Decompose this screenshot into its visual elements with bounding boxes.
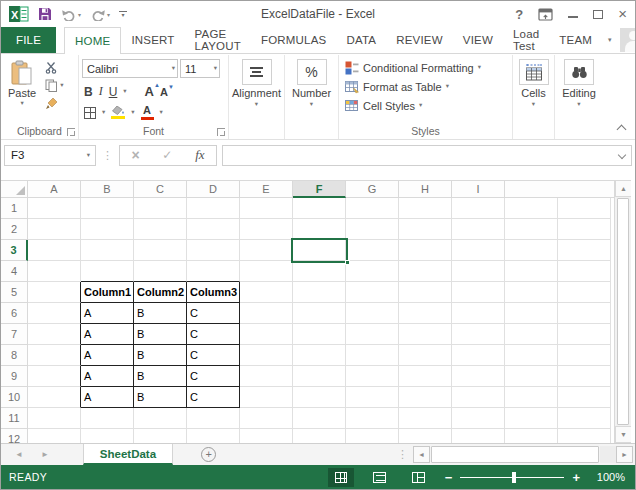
cancel-icon[interactable]: × — [131, 147, 139, 163]
cell-E11[interactable] — [240, 408, 293, 429]
cell-D9[interactable]: C — [187, 366, 240, 387]
vertical-scrollbar[interactable]: ▲ ▼ — [614, 180, 631, 443]
tab-page-layout[interactable]: PAGE LAYOUT — [185, 27, 251, 53]
alignment-group[interactable]: Alignment ▾ — [229, 55, 285, 139]
tab-home[interactable]: HOME — [64, 27, 121, 54]
cell-styles-button[interactable]: Cell Styles▾ — [345, 96, 509, 115]
cell-G9[interactable] — [346, 366, 399, 387]
tab-formulas[interactable]: FORMULAS — [251, 27, 337, 53]
cell-I8[interactable] — [452, 345, 505, 366]
cell-F6[interactable] — [293, 303, 346, 324]
column-header-B[interactable]: B — [81, 181, 134, 198]
cell-H5[interactable] — [399, 282, 452, 303]
tab-team[interactable]: TEAM — [549, 27, 602, 53]
save-button[interactable] — [38, 7, 52, 21]
cell-H1[interactable] — [399, 198, 452, 219]
page-break-view-button[interactable] — [406, 468, 432, 487]
cell-B8[interactable]: A — [81, 345, 134, 366]
alignment-dropdown-icon[interactable]: ▾ — [255, 101, 258, 108]
cell-B1[interactable] — [81, 198, 134, 219]
format-painter-button[interactable] — [45, 97, 63, 110]
cell-F1[interactable] — [293, 198, 346, 219]
cell-empty[interactable] — [505, 261, 558, 282]
cell-E3[interactable] — [240, 240, 293, 261]
cell-E12[interactable] — [240, 429, 293, 443]
row-header-11[interactable]: 11 — [1, 408, 28, 429]
minimize-button[interactable] — [568, 16, 578, 18]
cell-D1[interactable] — [187, 198, 240, 219]
cell-F2[interactable] — [293, 219, 346, 240]
cell-G3[interactable] — [346, 240, 399, 261]
cell-G5[interactable] — [346, 282, 399, 303]
underline-dropdown-icon[interactable]: ▾ — [123, 88, 126, 95]
row-header-7[interactable]: 7 — [1, 324, 28, 345]
paste-button[interactable]: Paste ▾ — [4, 58, 40, 110]
cell-F4[interactable] — [293, 261, 346, 282]
tab-review[interactable]: REVIEW — [386, 27, 453, 53]
scroll-up-icon[interactable]: ▲ — [615, 180, 631, 197]
column-header-H[interactable]: H — [399, 181, 452, 198]
formula-input[interactable] — [222, 145, 632, 166]
cell-H3[interactable] — [399, 240, 452, 261]
cell-F10[interactable] — [293, 387, 346, 408]
cell-empty[interactable] — [558, 240, 611, 261]
scroll-down-icon[interactable]: ▼ — [615, 426, 631, 443]
cell-empty[interactable] — [505, 282, 558, 303]
cell-A1[interactable] — [28, 198, 81, 219]
new-sheet-icon[interactable]: + — [201, 447, 216, 462]
cell-empty[interactable] — [558, 387, 611, 408]
font-family-combobox[interactable]: Calibri▾ — [82, 59, 178, 78]
cell-H11[interactable] — [399, 408, 452, 429]
cell-B3[interactable] — [81, 240, 134, 261]
cell-A7[interactable] — [28, 324, 81, 345]
cell-I9[interactable] — [452, 366, 505, 387]
cell-H12[interactable] — [399, 429, 452, 443]
decrease-font-size-button[interactable]: A▼ — [160, 86, 168, 98]
cell-empty[interactable] — [558, 219, 611, 240]
cell-G4[interactable] — [346, 261, 399, 282]
cell-D11[interactable] — [187, 408, 240, 429]
zoom-level[interactable]: 100% — [593, 471, 625, 483]
cell-empty[interactable] — [558, 429, 611, 443]
fill-color-button[interactable] — [111, 106, 125, 119]
expand-formula-bar-icon[interactable] — [618, 150, 626, 158]
cell-I12[interactable] — [452, 429, 505, 443]
ribbon-display-options-icon[interactable] — [538, 8, 553, 21]
clipboard-dialog-launcher-icon[interactable] — [67, 128, 75, 136]
zoom-out-icon[interactable]: − — [445, 471, 453, 484]
number-group[interactable]: % Number ▾ — [285, 55, 339, 139]
cell-empty[interactable] — [505, 408, 558, 429]
cell-D7[interactable]: C — [187, 324, 240, 345]
bold-button[interactable]: B — [84, 85, 93, 99]
column-header-I[interactable]: I — [452, 181, 505, 198]
scroll-right-icon[interactable]: ► — [616, 446, 633, 463]
cell-I5[interactable] — [452, 282, 505, 303]
cell-C6[interactable]: B — [134, 303, 187, 324]
column-header-A[interactable]: A — [28, 181, 81, 198]
collapse-ribbon-icon[interactable] — [617, 125, 627, 135]
cell-G12[interactable] — [346, 429, 399, 443]
editing-dropdown-icon[interactable]: ▾ — [577, 101, 580, 108]
font-size-combobox[interactable]: 11▾ — [180, 59, 220, 78]
cell-H10[interactable] — [399, 387, 452, 408]
underline-button[interactable]: U — [109, 85, 118, 99]
column-header-E[interactable]: E — [240, 181, 293, 198]
tab-file[interactable]: FILE — [1, 27, 56, 53]
cell-B2[interactable] — [81, 219, 134, 240]
normal-view-button[interactable] — [328, 468, 354, 487]
cell-I4[interactable] — [452, 261, 505, 282]
editing-group[interactable]: Editing ▾ — [555, 55, 603, 139]
tab-overflow-dropdown-icon[interactable]: ▾ — [602, 27, 618, 53]
cell-G2[interactable] — [346, 219, 399, 240]
scroll-left-icon[interactable]: ◄ — [413, 446, 430, 463]
tab-insert[interactable]: INSERT — [121, 27, 184, 53]
cell-C2[interactable] — [134, 219, 187, 240]
row-header-10[interactable]: 10 — [1, 387, 28, 408]
redo-dropdown-icon[interactable]: ▾ — [107, 11, 110, 18]
cell-F9[interactable] — [293, 366, 346, 387]
cell-empty[interactable] — [558, 198, 611, 219]
cell-B12[interactable] — [81, 429, 134, 443]
paste-dropdown-icon[interactable]: ▾ — [20, 100, 23, 107]
cells-dropdown-icon[interactable]: ▾ — [532, 101, 535, 108]
cell-B5[interactable]: Column1 — [81, 282, 134, 303]
